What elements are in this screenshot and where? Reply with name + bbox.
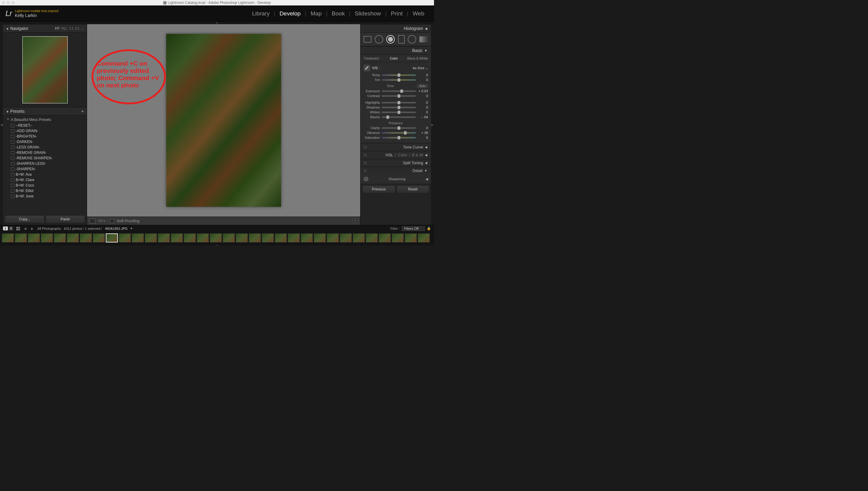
filmstrip-thumb[interactable] xyxy=(171,233,183,242)
trial-status[interactable]: Lightroom mobile trial expired xyxy=(15,9,58,13)
filmstrip-thumb[interactable] xyxy=(353,233,365,242)
vibrance-slider[interactable] xyxy=(382,132,416,134)
filmstrip-thumb[interactable] xyxy=(15,233,27,242)
filmstrip-thumb[interactable] xyxy=(41,233,53,242)
module-book[interactable]: Book xyxy=(327,10,349,17)
next-photo-icon[interactable]: ► xyxy=(30,226,34,231)
left-panel-grip[interactable]: ◀ xyxy=(0,24,3,225)
add-preset-icon[interactable]: + xyxy=(81,109,84,114)
whites-value[interactable]: 0 xyxy=(418,110,428,114)
preset-folder[interactable]: A Beautiful Mess Presets xyxy=(3,117,87,123)
blacks-slider[interactable] xyxy=(382,116,416,118)
paste-button[interactable]: Paste xyxy=(46,215,85,223)
auto-tone-button[interactable]: Auto xyxy=(417,84,428,88)
filmstrip[interactable] xyxy=(0,232,434,244)
filter-dropdown[interactable]: Filters Off xyxy=(402,226,425,231)
module-web[interactable]: Web xyxy=(408,10,428,17)
filmstrip-thumb[interactable] xyxy=(54,233,66,242)
warning-icon[interactable]: ! xyxy=(364,177,368,181)
filename-dropdown-icon[interactable]: ▾ xyxy=(130,227,132,230)
window-close-icon[interactable] xyxy=(2,1,5,4)
temp-value[interactable]: 0 xyxy=(418,73,428,77)
view-badge-2[interactable]: 2 xyxy=(9,227,13,230)
shadows-slider[interactable] xyxy=(382,107,416,108)
right-panel-grip[interactable]: ▶ xyxy=(431,24,434,225)
spot-tool-icon[interactable] xyxy=(375,35,383,44)
zoom-1-1[interactable]: 1:1 xyxy=(69,27,73,30)
filmstrip-thumb[interactable] xyxy=(340,233,352,242)
preset-item[interactable]: -SHARPEN LESS- xyxy=(3,161,87,166)
filmstrip-thumb[interactable] xyxy=(288,233,300,242)
filmstrip-thumb[interactable] xyxy=(327,233,339,242)
filmstrip-thumb[interactable] xyxy=(2,233,14,242)
module-develop[interactable]: Develop xyxy=(275,10,305,17)
prev-photo-icon[interactable]: ◄ xyxy=(23,226,27,231)
zoom-fit[interactable]: FIT xyxy=(55,27,60,30)
shadows-value[interactable]: 0 xyxy=(418,106,428,109)
navigator-header[interactable]: ▼ Navigator FIT FILL 1:1 2:1 ⌄ xyxy=(3,24,87,33)
zoom-2-1[interactable]: 2:1 xyxy=(75,27,80,30)
toolbar-dropdown-icon[interactable]: ▼ xyxy=(352,219,358,223)
split-toning-header[interactable]: Split Toning◀ xyxy=(361,159,431,167)
grid-view-icon[interactable] xyxy=(16,227,20,230)
contrast-value[interactable]: 0 xyxy=(418,94,428,98)
exposure-value[interactable]: + 0.83 xyxy=(418,89,428,93)
histogram-header[interactable]: Histogram◀ xyxy=(361,24,431,33)
preset-item[interactable]: B+W: Clare xyxy=(3,177,87,183)
filmstrip-thumb[interactable] xyxy=(262,233,274,242)
filmstrip-thumb[interactable] xyxy=(184,233,196,242)
preset-item[interactable]: -LESS GRAIN- xyxy=(3,145,87,150)
module-slideshow[interactable]: Slideshow xyxy=(351,10,385,17)
detail-toggle-icon[interactable]: ◀ xyxy=(425,177,428,181)
graduated-filter-icon[interactable] xyxy=(398,35,405,44)
filmstrip-thumb[interactable] xyxy=(301,233,313,242)
presets-header[interactable]: ▼ Presets + xyxy=(3,107,87,115)
filmstrip-thumb[interactable] xyxy=(67,233,79,242)
preset-item[interactable]: -DARKEN- xyxy=(3,139,87,145)
filter-lock-icon[interactable]: 🔒 xyxy=(427,227,431,230)
preset-item[interactable]: B+W: June xyxy=(3,194,87,199)
loupe-view-icon[interactable] xyxy=(89,219,95,224)
module-library[interactable]: Library xyxy=(248,10,274,17)
tint-value[interactable]: 0 xyxy=(418,78,428,82)
filmstrip-thumb[interactable] xyxy=(249,233,261,242)
redeye-tool-icon[interactable] xyxy=(386,35,395,44)
filmstrip-thumb[interactable] xyxy=(366,233,378,242)
hsl-header[interactable]: HSL/Color/B & W◀ xyxy=(361,151,431,159)
radial-filter-icon[interactable] xyxy=(408,35,416,44)
zoom-dropdown-icon[interactable]: ⌄ xyxy=(81,27,84,30)
filmstrip-thumb[interactable] xyxy=(93,233,105,242)
filmstrip-thumb[interactable] xyxy=(210,233,222,242)
user-name[interactable]: Kelly Larkin xyxy=(15,13,58,18)
blacks-value[interactable]: – 64 xyxy=(418,115,428,119)
filmstrip-thumb[interactable] xyxy=(119,233,131,242)
temp-slider[interactable] xyxy=(382,75,416,76)
preset-item[interactable]: --RESET-- xyxy=(3,123,87,128)
reset-button[interactable]: Reset xyxy=(396,185,429,193)
window-minimize-icon[interactable] xyxy=(7,1,10,4)
crop-tool-icon[interactable] xyxy=(364,36,371,42)
filmstrip-thumb[interactable] xyxy=(80,233,92,242)
collection-name[interactable]: All Photographs xyxy=(37,227,61,230)
saturation-value[interactable]: 0 xyxy=(418,136,428,139)
filmstrip-thumb[interactable] xyxy=(223,233,235,242)
detail-header[interactable]: Detail▼ xyxy=(361,167,431,174)
filmstrip-thumb[interactable] xyxy=(379,233,391,242)
view-badge-1[interactable]: 1 xyxy=(3,227,8,230)
preset-item[interactable]: -ADD GRAIN- xyxy=(3,128,87,134)
filmstrip-thumb[interactable] xyxy=(314,233,326,242)
main-photo[interactable] xyxy=(166,34,281,207)
before-after-icon[interactable]: Y|Y ▾ xyxy=(98,219,105,223)
copy-button[interactable]: Copy... xyxy=(5,215,44,223)
clarity-value[interactable]: 0 xyxy=(418,126,428,130)
filmstrip-thumb[interactable] xyxy=(132,233,144,242)
filename[interactable]: 492A1952.JPG xyxy=(105,227,128,230)
module-print[interactable]: Print xyxy=(387,10,407,17)
filmstrip-thumb[interactable] xyxy=(158,233,170,242)
filmstrip-thumb[interactable] xyxy=(275,233,287,242)
preset-item[interactable]: -SHARPEN- xyxy=(3,166,87,172)
filmstrip-thumb[interactable] xyxy=(418,233,430,242)
preset-item[interactable]: -REMOVE GRAIN- xyxy=(3,150,87,155)
filmstrip-thumb[interactable] xyxy=(145,233,157,242)
whites-slider[interactable] xyxy=(382,112,416,113)
